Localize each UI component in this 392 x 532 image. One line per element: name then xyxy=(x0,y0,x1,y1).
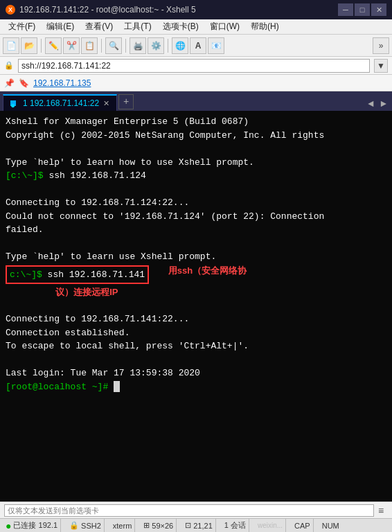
status-sessions: 1 会话 xyxy=(222,519,249,532)
term-established: Connection established. xyxy=(6,328,130,338)
bottom-strip: ● 已连接 192.1 🔒 SSH2 xterm ⊞ 59×26 ⊡ 21,21… xyxy=(0,518,392,532)
toolbar-sep2 xyxy=(101,39,102,53)
address-go[interactable]: ▼ xyxy=(374,59,388,73)
toolbar-sep3 xyxy=(125,39,126,53)
bookmarks-bar: 📌 🔖 192.168.71.135 xyxy=(0,75,392,91)
term-line-highlighted: c:\~]$ ssh 192.168.71.141 xyxy=(6,265,149,285)
status-watermark: weixin... xyxy=(255,519,286,532)
lock-icon: 🔒 xyxy=(4,61,14,70)
terminal-cursor xyxy=(114,381,120,392)
terminal-wrapper: Xshell for Xmanager Enterprise 5 (Build … xyxy=(0,111,392,502)
toolbar-globe[interactable]: 🌐 xyxy=(172,37,188,54)
tab-1[interactable]: ● 1 192.168.71.141:22 ✕ xyxy=(3,94,117,111)
toolbar-print[interactable]: 🖨️ xyxy=(130,37,146,54)
app-icon: X xyxy=(6,5,15,15)
term-text-header: Xshell for Xmanager Enterprise 5 (Build … xyxy=(6,116,249,127)
tab-nav-right[interactable]: ► xyxy=(378,98,389,109)
toolbar-email[interactable]: 📧 xyxy=(208,37,224,54)
term-line-13: [root@localhost ~]# xyxy=(6,380,386,394)
term-cmd-1: ssh 192.168.71.124 xyxy=(44,170,146,181)
bookmark-item[interactable]: 192.168.71.135 xyxy=(33,78,91,88)
connected-label: 已连接 192.1 xyxy=(13,520,57,531)
toolbar-open[interactable]: 📂 xyxy=(21,37,37,54)
term-line-4: [c:\~]$ ssh 192.168.71.124 xyxy=(6,169,386,183)
menu-edit[interactable]: 编辑(E) xyxy=(41,19,80,34)
caps-label: CAP xyxy=(294,522,310,530)
term-line-12: Last login: Tue Mar 17 13:59:38 2020 xyxy=(6,366,386,380)
menu-tabs[interactable]: 选项卡(B) xyxy=(157,19,204,34)
status-size: ⊞ 59×26 xyxy=(141,519,177,532)
term-connecting-2: Connecting to 192.168.71.141:22... xyxy=(6,314,189,324)
term-line-blank4 xyxy=(6,299,386,313)
term-line-blank3 xyxy=(6,237,386,251)
menu-tools[interactable]: 工具(T) xyxy=(118,19,157,34)
terminal[interactable]: Xshell for Xmanager Enterprise 5 (Build … xyxy=(0,111,392,502)
term-line-3: Type `help' to learn how to use Xshell p… xyxy=(6,156,386,170)
star-icon: 🔖 xyxy=(19,78,29,88)
send-text-input[interactable] xyxy=(4,504,374,517)
status-bar: ≡ xyxy=(0,502,392,518)
status-pos: ⊡ 21,21 xyxy=(182,519,216,532)
tab-close-button[interactable]: ✕ xyxy=(103,99,109,108)
close-button[interactable]: ✕ xyxy=(371,3,386,16)
address-bar: 🔒 ▼ xyxy=(0,57,392,75)
status-num: NUM xyxy=(319,519,342,532)
menu-window[interactable]: 窗口(W) xyxy=(204,19,245,34)
menu-help[interactable]: 帮助(H) xyxy=(245,19,285,34)
status-caps: CAP xyxy=(292,519,314,532)
toolbar-edit[interactable]: ✏️ xyxy=(45,37,62,54)
term-line-5: Connecting to 192.168.71.124:22... xyxy=(6,196,386,210)
term-connecting-1: Connecting to 192.168.71.124:22... xyxy=(6,197,189,208)
size-icon: ⊞ xyxy=(143,521,150,530)
toolbar-sep4 xyxy=(168,39,168,53)
term-text-copyright: Copyright (c) 2002-2015 NetSarang Comput… xyxy=(6,130,324,141)
term-prompt-2: c:\~]$ xyxy=(10,269,42,280)
tab-add-button[interactable]: + xyxy=(118,94,134,109)
term-line-9: Connecting to 192.168.71.141:22... xyxy=(6,312,386,326)
menu-view[interactable]: 查看(V) xyxy=(80,19,118,34)
window-title: 192.168.71.141:22 - root@localhost:~ - X… xyxy=(19,5,338,15)
term-line-1: Xshell for Xmanager Enterprise 5 (Build … xyxy=(6,115,386,129)
toolbar-search[interactable]: 🔍 xyxy=(105,37,122,54)
lock-icon: 🔒 xyxy=(69,521,79,530)
term-line-10: Connection established. xyxy=(6,326,386,340)
tab-nav: ◄ ► xyxy=(365,98,389,111)
toolbar-cut[interactable]: ✂️ xyxy=(63,37,80,54)
ssh-label: SSH2 xyxy=(81,522,101,530)
term-line-2: Copyright (c) 2002-2015 NetSarang Comput… xyxy=(6,129,386,143)
toolbar: 📄 📂 ✏️ ✂️ 📋 🔍 🖨️ ⚙️ 🌐 A 📧 » xyxy=(0,35,392,57)
term-could-not: Could not connect to '192.168.71.124' (p… xyxy=(6,211,324,222)
status-menu-icon[interactable]: ≡ xyxy=(374,504,388,517)
tab-nav-left[interactable]: ◄ xyxy=(365,98,376,109)
term-prompt-1: [c:\~]$ xyxy=(6,170,44,181)
address-input[interactable] xyxy=(18,59,370,73)
size-label: 59×26 xyxy=(152,522,173,530)
term-line-blank5 xyxy=(6,353,386,367)
term-prompt-3: [root@localhost ~]# xyxy=(6,382,108,392)
term-line-blank2 xyxy=(6,183,386,197)
term-text-help2: Type `help' to learn use Xshell prompt. xyxy=(6,251,216,262)
tab-label: 1 192.168.71.141:22 xyxy=(23,98,99,108)
tab-status-dot: ● xyxy=(10,100,16,106)
toolbar-paste[interactable]: 📋 xyxy=(81,37,98,54)
term-text-help: Type `help' to learn how to use Xshell p… xyxy=(6,157,254,168)
minimize-button[interactable]: ─ xyxy=(338,3,353,16)
num-label: NUM xyxy=(322,522,339,530)
connected-icon: ● xyxy=(6,520,11,531)
pos-icon: ⊡ xyxy=(185,521,191,530)
window-controls: ─ □ ✕ xyxy=(338,3,386,16)
sessions-label: 1 会话 xyxy=(224,520,246,531)
toolbar-more[interactable]: » xyxy=(373,37,389,54)
toolbar-sep1 xyxy=(41,39,42,53)
status-ssh: 🔒 SSH2 xyxy=(66,519,105,532)
toolbar-settings[interactable]: ⚙️ xyxy=(148,37,164,54)
toolbar-new[interactable]: 📄 xyxy=(3,37,19,54)
maximize-button[interactable]: □ xyxy=(355,3,370,16)
toolbar-font[interactable]: A xyxy=(190,37,206,54)
term-escape: To escape to local shell, press 'Ctrl+Al… xyxy=(6,341,249,351)
menu-file[interactable]: 文件(F) xyxy=(3,19,41,34)
term-line-11: To escape to local shell, press 'Ctrl+Al… xyxy=(6,339,386,353)
term-cmd-2: ssh 192.168.71.141 xyxy=(42,269,145,280)
term-line-8: Type `help' to learn use Xshell prompt. xyxy=(6,250,386,264)
title-bar: X 192.168.71.141:22 - root@localhost:~ -… xyxy=(0,0,392,19)
